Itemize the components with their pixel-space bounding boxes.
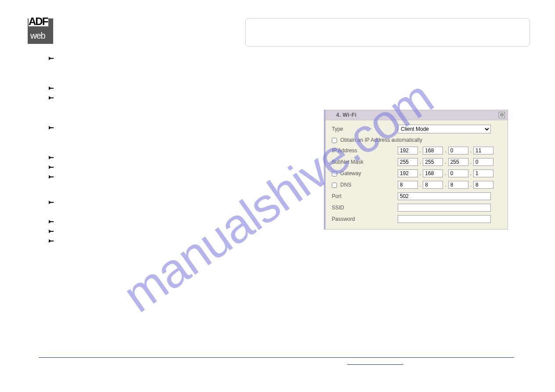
row-obtain-ip: Obtain an IP Address automatically [332,137,501,143]
dot-separator: . [445,170,446,176]
gateway-octet-3[interactable] [448,169,468,177]
subnet-octet-1[interactable] [398,158,418,166]
row-password: Password [332,215,501,223]
row-type: Type Client Mode [332,125,501,133]
ssid-label: SSID [332,205,398,211]
list-item [39,199,320,209]
password-label: Password [332,216,398,222]
list-item [39,218,320,228]
bullet-arrow-icon [48,155,54,160]
type-select[interactable]: Client Mode [398,125,491,133]
subnet-octet-4[interactable] [473,158,493,166]
bullet-list [39,55,320,247]
subnet-octet-3[interactable] [448,158,468,166]
obtain-ip-label: Obtain an IP Address automatically [340,137,422,143]
dns-octet-3[interactable] [448,181,468,189]
bullet-arrow-icon [48,229,54,234]
dns-octet-2[interactable] [423,181,443,189]
ip-octet-2[interactable] [423,147,443,155]
bullet-arrow-icon [48,165,54,169]
wifi-settings-panel: 4. Wi-Fi ⊟ Type Client Mode Obtain an IP… [325,110,508,230]
bullet-arrow-icon [48,239,54,243]
collapse-icon[interactable]: ⊟ [499,112,505,118]
port-input[interactable] [398,192,491,200]
dns-octet-1[interactable] [398,181,418,189]
row-dns: DNS . . . [332,181,501,189]
panel-body: Type Client Mode Obtain an IP Address au… [326,120,508,229]
row-gateway: Gateway . . . [332,169,501,177]
gateway-checkbox[interactable] [332,171,337,176]
body-text-area [39,55,320,247]
list-item [39,154,320,164]
port-label: Port [332,193,398,199]
dns-octet-4[interactable] [473,181,493,189]
footer-divider [39,357,514,358]
dot-separator: . [445,159,446,165]
subnet-octet-2[interactable] [423,158,443,166]
list-item [39,124,320,134]
list-item [39,164,320,173]
list-item [39,85,320,94]
panel-title: 4. Wi-Fi [336,112,357,118]
obtain-ip-checkbox[interactable] [332,138,337,143]
gateway-octet-4[interactable] [473,169,493,177]
logo-top: ADF [29,17,48,26]
ip-octet-1[interactable] [398,147,418,155]
dot-separator: . [470,170,472,176]
ip-octet-4[interactable] [473,147,493,155]
dot-separator: . [470,159,472,165]
bullet-arrow-icon [48,200,54,205]
type-label: Type [332,126,398,132]
ssid-input[interactable] [398,204,491,212]
dot-separator: . [420,147,421,154]
bullet-arrow-icon [48,126,54,130]
panel-titlebar: 4. Wi-Fi ⊟ [326,110,508,120]
password-input[interactable] [398,215,491,223]
row-ssid: SSID [332,204,501,212]
dot-separator: . [420,170,421,176]
list-item [39,173,320,183]
logo-bottom: web [30,31,45,41]
ip-octet-3[interactable] [448,147,468,155]
gateway-label: Gateway [340,170,361,176]
row-subnet: SubNet Mask . . . [332,158,501,166]
subnet-label: SubNet Mask [332,159,398,165]
dot-separator: . [420,159,421,165]
row-port: Port [332,192,501,200]
dot-separator: . [445,147,446,154]
gateway-octet-2[interactable] [423,169,443,177]
list-item [39,228,320,237]
bullet-arrow-icon [48,96,54,100]
bullet-arrow-icon [48,56,54,61]
row-ip: IP Address . . . [332,147,501,155]
bullet-arrow-icon [48,219,54,224]
dot-separator: . [470,182,472,188]
list-item [39,94,320,104]
header-info-box [245,18,530,47]
dot-separator: . [470,147,472,154]
dns-checkbox[interactable] [332,183,337,188]
brand-logo: ADF web [28,18,53,44]
footer-link-underline [347,360,403,365]
ip-label: IP Address [332,147,398,154]
bullet-arrow-icon [48,175,54,179]
dns-label: DNS [340,182,351,188]
dot-separator: . [445,182,446,188]
gateway-octet-1[interactable] [398,169,418,177]
list-item [39,237,320,247]
bullet-arrow-icon [48,86,54,90]
list-item [39,55,320,65]
dot-separator: . [420,182,421,188]
